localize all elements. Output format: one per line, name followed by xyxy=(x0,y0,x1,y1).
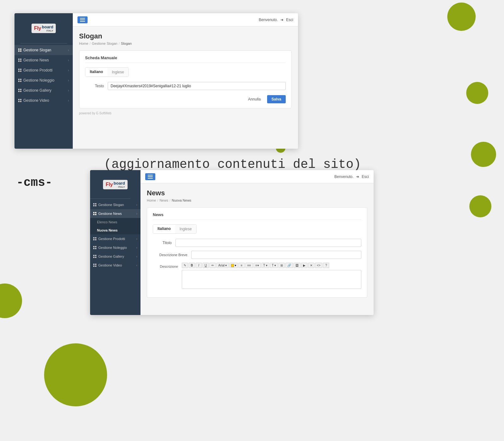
breadcrumb-gestione-slogan[interactable]: Gestione Slogan xyxy=(92,42,117,45)
form-row-testo: Testo xyxy=(85,82,286,90)
tab-italiano-top[interactable]: Italiano xyxy=(85,68,107,77)
toolbar-color-btn[interactable]: ▾ xyxy=(229,263,238,268)
sidebar-item-slogan-bottom[interactable]: Gestione Slogan ‹ xyxy=(90,200,140,209)
toolbar-list-btn[interactable]: ≡ xyxy=(238,263,245,268)
sidebar-subitems: Elenco News Nuova News xyxy=(90,218,140,234)
toolbar-source-btn[interactable]: <> xyxy=(315,263,323,268)
chevron-news: › xyxy=(68,59,69,62)
sidebar-label-prodotti: Gestione Prodotti xyxy=(23,68,53,72)
toolbar-font-dropdown[interactable]: Arial ▾ xyxy=(216,263,229,268)
breadcrumb-slogan-current: Slogan xyxy=(121,42,132,45)
toolbar-marker-btn[interactable]: ✏ xyxy=(209,263,216,268)
form-row-titolo: Titolo xyxy=(153,239,361,247)
grid-icon-video xyxy=(18,99,21,102)
input-testo[interactable] xyxy=(108,82,286,90)
sidebar-label-noleggio: Gestione Noleggio xyxy=(23,78,54,83)
size-arrow: ▾ xyxy=(266,264,267,267)
grid-icon-news-b xyxy=(93,212,96,215)
toolbar-indent-btn[interactable]: ≡▾ xyxy=(254,263,261,268)
breadcrumb-home-top[interactable]: Home xyxy=(79,42,88,45)
lang-tabs-top: Italiano Inglese xyxy=(85,67,129,77)
deco-circle-4 xyxy=(469,195,491,217)
sidebar-bottom: Fly board ITALY Gestione Slogan ‹ Gestio… xyxy=(90,170,140,315)
hamburger-button-bottom[interactable] xyxy=(145,173,155,180)
input-titolo[interactable] xyxy=(175,239,361,247)
form-row-descrizione: Descrizione ✎ B I U ✏ Arial ▾ ▾ ≡ ≡≡ xyxy=(153,263,361,289)
breadcrumb-home-bottom[interactable]: Home xyxy=(147,198,156,202)
top-bar-top: Benvenuto. ➜ Esci xyxy=(73,13,298,26)
toolbar-italic-btn[interactable]: I xyxy=(196,263,202,268)
toolbar-image-btn[interactable]: 🖼 xyxy=(294,263,301,268)
sidebar-item-gestione-news[interactable]: Gestione News › xyxy=(14,55,73,65)
hamburger-button-top[interactable] xyxy=(77,16,88,23)
breadcrumb-bottom: Home / News / Nuova News xyxy=(147,198,367,202)
sidebar-item-noleggio-bottom[interactable]: Gestione Noleggio ‹ xyxy=(90,243,140,252)
tab-inglese-top[interactable]: Inglese xyxy=(107,68,129,77)
chevron-video-b: ‹ xyxy=(136,264,137,267)
toolbar-link-btn[interactable]: 🔗 xyxy=(285,263,293,268)
chevron-gallery: › xyxy=(68,89,69,92)
breadcrumb-news-bottom[interactable]: News xyxy=(159,198,168,202)
sidebar-divider xyxy=(20,43,67,43)
logo-fly: Fly xyxy=(34,26,41,31)
deco-circle-2 xyxy=(466,82,488,104)
logout-link-bottom[interactable]: Esci xyxy=(362,175,369,179)
toolbar-bold-btn[interactable]: B xyxy=(189,263,195,268)
chevron-video: › xyxy=(68,99,69,102)
toolbar-size-dropdown[interactable]: T ▾ xyxy=(261,263,269,268)
subitem-nuova-news[interactable]: Nuova News xyxy=(90,226,140,234)
tab-italiano-bottom[interactable]: Italiano xyxy=(153,225,175,233)
subtitle-label: (aggiornamento contenuti del sito) xyxy=(104,158,361,172)
toolbar-media-btn[interactable]: ▶ xyxy=(301,263,307,268)
input-descrizione-breve[interactable] xyxy=(191,251,361,259)
sidebar-item-prodotti-bottom[interactable]: Gestione Prodotti ‹ xyxy=(90,234,140,243)
rich-editor-content[interactable] xyxy=(182,270,361,289)
logo-italy: ITALY xyxy=(42,29,53,32)
breadcrumb-top: Home / Gestione Slogan / Slogan xyxy=(79,42,292,45)
sidebar-divider-bottom xyxy=(90,198,130,199)
page-title-top: Slogan xyxy=(79,32,292,40)
grid-icon-noleggio-b xyxy=(93,246,96,249)
sidebar-item-gestione-gallery[interactable]: Gestione Gallery › xyxy=(14,85,73,95)
chevron-slogan: › xyxy=(68,49,69,52)
toolbar-heading-dropdown[interactable]: T ▾ xyxy=(270,263,278,268)
sidebar-item-gestione-slogan[interactable]: Gestione Slogan › xyxy=(14,45,73,55)
tab-inglese-bottom[interactable]: Inglese xyxy=(175,225,196,233)
logout-link-top[interactable]: Esci xyxy=(286,18,293,22)
rich-editor-container: ✎ B I U ✏ Arial ▾ ▾ ≡ ≡≡ ≡▾ T ▾ T ▾ xyxy=(182,263,361,289)
sidebar-item-gestione-noleggio[interactable]: Gestione Noleggio › xyxy=(14,75,73,85)
grid-icon-prodotti xyxy=(18,69,21,72)
toolbar-table-btn[interactable]: ⊞ xyxy=(278,263,285,268)
toolbar-clear-btn[interactable]: ✕ xyxy=(308,263,314,268)
logo-board-bottom: board xyxy=(114,181,125,186)
sidebar-item-gallery-bottom[interactable]: Gestione Gallery ‹ xyxy=(90,252,140,261)
toolbar-underline-btn[interactable]: U xyxy=(203,263,209,268)
subitem-elenco-news[interactable]: Elenco News xyxy=(90,218,140,226)
grid-icon-slogan-b xyxy=(93,203,96,206)
sidebar-item-video-bottom[interactable]: Gestione Video ‹ xyxy=(90,261,140,270)
toolbar-olist-btn[interactable]: ≡≡ xyxy=(245,263,253,268)
cancel-button-top[interactable]: Annulla xyxy=(244,95,265,103)
sep2-bottom: / xyxy=(169,198,170,202)
save-button-top[interactable]: Salva xyxy=(267,95,286,103)
sidebar-label-prodotti-b: Gestione Prodotti xyxy=(98,237,125,241)
logo-fly-bottom: Fly xyxy=(106,182,113,187)
toolbar-pen-btn[interactable]: ✎ xyxy=(182,263,188,268)
chevron-gallery-b: ‹ xyxy=(136,255,137,258)
sidebar-label-slogan: Gestione Slogan xyxy=(23,48,51,52)
chevron-slogan-b: ‹ xyxy=(136,203,137,207)
sidebar-item-gestione-video[interactable]: Gestione Video › xyxy=(14,95,73,106)
news-window: Fly board ITALY Gestione Slogan ‹ Gestio… xyxy=(90,170,374,315)
logo-bottom: Fly board ITALY xyxy=(95,176,136,193)
toolbar-help-btn[interactable]: ? xyxy=(323,263,329,268)
deco-circle-3 xyxy=(471,142,496,167)
deco-circle-1 xyxy=(447,3,476,31)
color-dropdown-arrow: ▾ xyxy=(235,264,236,267)
sep1-top: / xyxy=(89,42,90,45)
sidebar-item-news-bottom[interactable]: Gestione News › xyxy=(90,209,140,218)
card-bottom: News Italiano Inglese Titolo Descrizione… xyxy=(147,207,367,298)
sidebar-item-gestione-prodotti[interactable]: Gestione Prodotti › xyxy=(14,65,73,75)
grid-icon-gallery xyxy=(18,89,21,92)
heading-arrow: ▾ xyxy=(274,264,276,267)
top-bar-right-bottom: Benvenuto. ➜ Esci xyxy=(335,175,369,179)
